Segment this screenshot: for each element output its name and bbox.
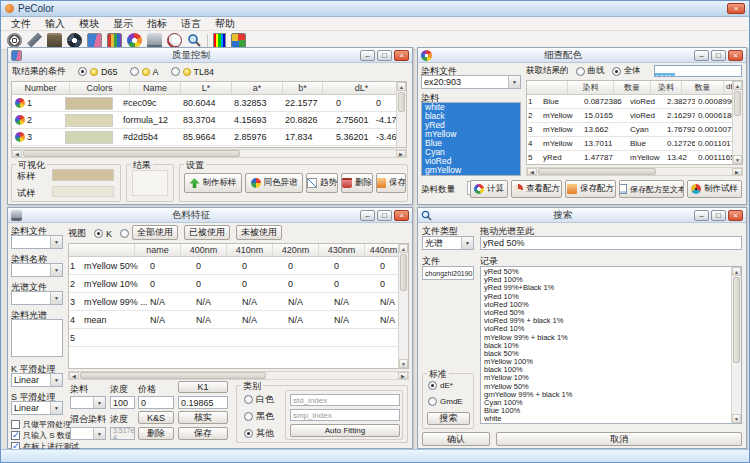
use-all-button[interactable]: 全部使用: [132, 225, 178, 240]
menu-item[interactable]: 指标: [140, 17, 174, 31]
qc-table-row[interactable]: 2 formula_12 83.3704 4.15693 20.8826 2.7…: [12, 112, 406, 129]
dye-file-select[interactable]: ▼: [11, 235, 63, 249]
k-radio[interactable]: K: [94, 229, 112, 239]
column-header[interactable]: 染料: [568, 81, 614, 94]
smp-index-input[interactable]: smp_index: [290, 409, 400, 421]
de-radio[interactable]: dE*: [428, 381, 453, 390]
menu-item[interactable]: 语言: [174, 17, 208, 31]
column-header[interactable]: Colors: [70, 82, 130, 94]
mixed-dye-select[interactable]: ▼: [70, 427, 106, 440]
horizontal-scrollbar[interactable]: ◀▶: [526, 167, 743, 176]
ks-button[interactable]: K&S: [138, 411, 174, 424]
maximize-icon[interactable]: □: [711, 50, 726, 61]
dye-list-item[interactable]: gmYellow: [422, 166, 520, 175]
column-header[interactable]: 数量: [682, 81, 724, 94]
confirm-button[interactable]: 确认: [422, 432, 490, 446]
column-header[interactable]: b*: [283, 82, 323, 94]
close-icon[interactable]: ×: [728, 50, 743, 61]
file-select[interactable]: chongzhi20190▼: [422, 266, 474, 280]
column-header[interactable]: Number: [12, 82, 70, 94]
mosaic-icon[interactable]: [231, 33, 246, 48]
used-button[interactable]: 已被使用: [184, 225, 230, 240]
column-header[interactable]: a*: [232, 82, 283, 94]
metamerism-button[interactable]: 同色异谱: [245, 173, 303, 193]
close-button[interactable]: ×: [727, 3, 745, 14]
colorant-table-row[interactable]: 1mYellow 50%00 0000: [69, 257, 408, 275]
measure-icon[interactable]: [27, 33, 42, 48]
whole-radio[interactable]: 全体: [612, 65, 641, 77]
vertical-scrollbar[interactable]: ▲: [396, 82, 406, 147]
match-table-row[interactable]: 4mYellow13.7011 Blue0.1272650.00110172: [527, 137, 742, 151]
match-table-row[interactable]: 5yRed1.47787 mYellow13.420.00111653: [527, 151, 742, 165]
column-header[interactable]: name: [135, 244, 181, 256]
colorant-table-row[interactable]: 4meanN/AN/A N/AN/AN/AN/A: [69, 311, 408, 329]
save-button[interactable]: 保存: [178, 427, 228, 440]
k1-button[interactable]: K1: [178, 381, 228, 393]
horizontal-scrollbar[interactable]: ◀▶: [68, 371, 409, 380]
close-icon[interactable]: ×: [728, 210, 743, 221]
record-list-item[interactable]: yRed 99%+Black 1%: [481, 284, 741, 292]
s-smooth-select[interactable]: Linear▼: [11, 401, 63, 415]
record-list-item[interactable]: Cyan 100%: [481, 399, 741, 407]
delete-button[interactable]: 删除: [341, 173, 373, 193]
qc-table-row[interactable]: 1 #cec09c 80.6044 8.32853 22.1577 0 0: [12, 95, 406, 112]
minimize-icon[interactable]: –: [694, 50, 709, 61]
verify-button[interactable]: 核实: [178, 411, 228, 424]
report-icon[interactable]: [87, 33, 102, 48]
delete-button[interactable]: 删除: [138, 427, 174, 440]
dye-spectrum-list[interactable]: [11, 319, 63, 357]
price-input[interactable]: 0: [138, 396, 174, 409]
folder-icon[interactable]: [47, 33, 62, 48]
gauge-icon[interactable]: [167, 33, 182, 48]
minimize-icon[interactable]: –: [694, 210, 709, 221]
column-header[interactable]: 430nm: [319, 244, 365, 256]
menu-item[interactable]: 输入: [38, 17, 72, 31]
minimize-icon[interactable]: –: [360, 210, 375, 221]
smooth-only-checkbox[interactable]: 只做平滑处理: [11, 419, 71, 430]
column-header[interactable]: 400nm: [181, 244, 227, 256]
colorant-table-row[interactable]: 3mYellow 99% ...N/AN/A N/AN/AN/AN/A: [69, 293, 408, 311]
vertical-scrollbar[interactable]: ▲▼: [732, 81, 742, 164]
illuminant-d65-radio[interactable]: D65: [78, 67, 118, 77]
stamp-icon[interactable]: [147, 33, 162, 48]
maximize-icon[interactable]: □: [711, 210, 726, 221]
concentration-input[interactable]: 100: [110, 396, 135, 409]
record-list-item[interactable]: black 10%: [481, 342, 741, 350]
black-radio[interactable]: 黑色: [244, 410, 274, 423]
dye-name-select[interactable]: ▼: [11, 263, 63, 277]
other-radio[interactable]: 其他: [244, 427, 274, 440]
cancel-button[interactable]: 取消: [496, 432, 742, 446]
maximize-icon[interactable]: □: [377, 210, 392, 221]
calculate-button[interactable]: 计算: [470, 180, 508, 198]
spectrum-file-select[interactable]: ▼: [11, 291, 63, 305]
menu-item[interactable]: 模块: [72, 17, 106, 31]
column-header[interactable]: dL*: [323, 82, 401, 94]
file-type-select[interactable]: 光谱▼: [422, 236, 474, 250]
qc-table-row[interactable]: 3 #d2d5b4 85.9664 2.85976 17.834 5.36201…: [12, 129, 406, 146]
column-header[interactable]: Name: [130, 82, 181, 94]
menu-item[interactable]: 帮助: [208, 17, 242, 31]
k-smooth-select[interactable]: Linear▼: [11, 373, 63, 387]
vertical-scrollbar[interactable]: ▲▼: [731, 267, 741, 423]
drag-spectrum-input[interactable]: yRed 50%: [480, 236, 742, 250]
curve-radio[interactable]: 曲线: [576, 65, 605, 77]
column-header[interactable]: L*: [181, 82, 232, 94]
colorant-table-row[interactable]: 5: [69, 329, 408, 347]
palette-icon[interactable]: [127, 33, 142, 48]
view-formula-button[interactable]: 查看配方: [511, 180, 562, 198]
record-list-item[interactable]: Blue 100%: [481, 407, 741, 415]
column-header[interactable]: 数量: [614, 81, 651, 94]
match-table-row[interactable]: 1Blue0.0872386 vioRed2.382730.000899016: [527, 95, 742, 109]
record-list-item[interactable]: mYellow 99% + black 1%: [481, 334, 741, 342]
gmde-radio[interactable]: GmdE: [428, 397, 463, 406]
trend-button[interactable]: 趋势: [306, 173, 338, 193]
k1-value-input[interactable]: 0.19865: [178, 396, 228, 409]
make-sample-button[interactable]: 制作试样: [687, 180, 742, 198]
color-table-icon[interactable]: [107, 33, 122, 48]
horizontal-scrollbar[interactable]: ◀▶: [11, 149, 407, 158]
white-radio[interactable]: 白色: [244, 393, 274, 406]
search-icon[interactable]: [187, 33, 202, 48]
s-only-checkbox[interactable]: 只输入 S 数值: [11, 430, 73, 441]
save-button[interactable]: 保存: [376, 173, 406, 193]
maximize-icon[interactable]: □: [377, 50, 392, 61]
